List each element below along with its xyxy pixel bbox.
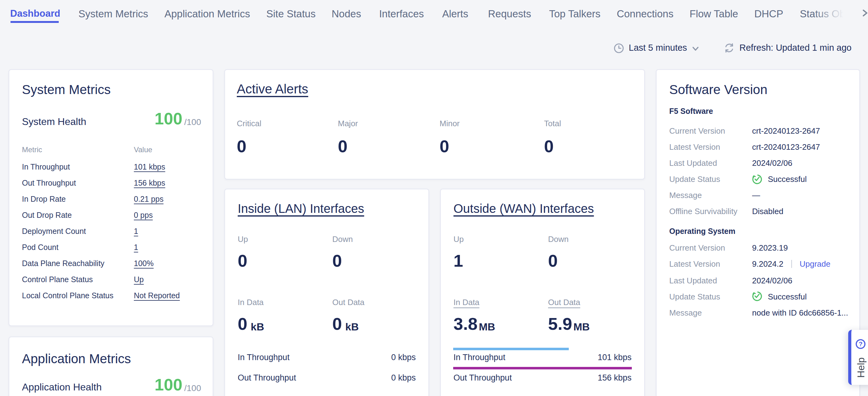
svg-text:?: ? [859, 340, 862, 347]
